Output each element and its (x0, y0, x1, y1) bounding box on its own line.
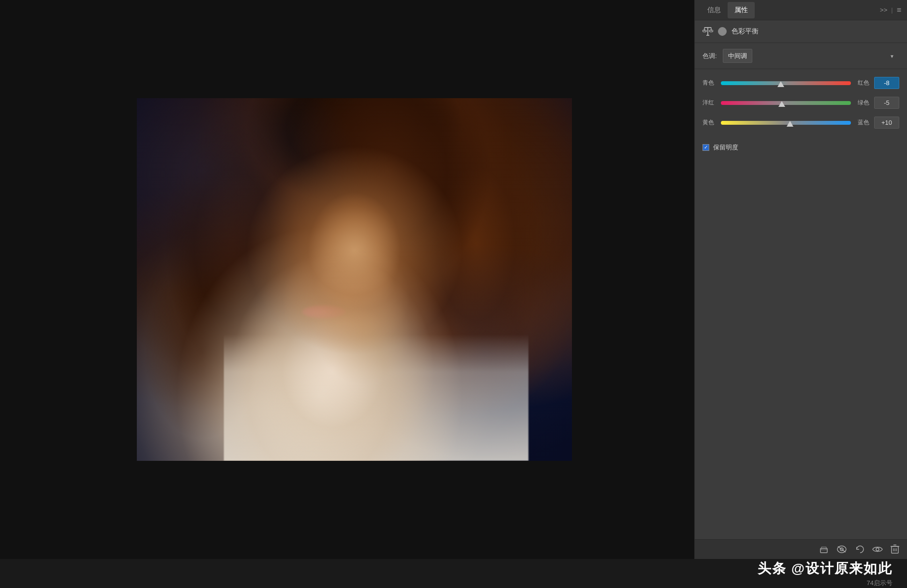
circle-adjustment-icon (718, 27, 727, 36)
slider-row-cyan-red: 青色 红色 (702, 77, 899, 89)
panel-header: 色彩平衡 (695, 20, 907, 43)
slider-cyan-red-track (721, 81, 851, 85)
tab-bar: 信息 属性 >> | ≡ (695, 0, 907, 20)
tab-properties[interactable]: 属性 (728, 2, 755, 18)
slider-magenta-green-track (721, 101, 851, 105)
slider-cyan-red-thumb[interactable] (777, 81, 784, 87)
checkmark-icon: ✓ (704, 145, 708, 150)
undo-icon[interactable] (855, 544, 864, 554)
svg-point-12 (876, 548, 879, 551)
sliders-area: 青色 红色 洋红 绿色 (695, 69, 907, 136)
tone-label: 色调: (702, 52, 717, 60)
value-input-cyan-red[interactable] (874, 77, 899, 89)
watermark-bar: 头条 @设计原来如此 74启示号 (0, 559, 907, 588)
watermark-wrapper: 头条 @设计原来如此 74启示号 (758, 559, 892, 588)
app-container: 信息 属性 >> | ≡ (0, 0, 907, 559)
slider-magenta-green-thumb[interactable] (778, 101, 785, 107)
label-red: 红色 (856, 79, 869, 87)
menu-icon[interactable]: ≡ (897, 6, 901, 15)
tab-controls: >> | ≡ (880, 6, 901, 15)
tab-info[interactable]: 信息 (701, 2, 728, 18)
photo-area (0, 0, 694, 559)
divider: | (891, 6, 892, 14)
balance-icon (702, 26, 713, 37)
slider-row-yellow-blue: 黄色 蓝色 (702, 117, 899, 129)
expand-icon[interactable]: >> (880, 6, 887, 14)
label-green: 绿色 (856, 99, 869, 107)
trash-icon[interactable] (891, 544, 899, 554)
svg-line-11 (838, 546, 846, 552)
slider-yellow-blue-track (721, 121, 851, 125)
label-yellow: 黄色 (702, 118, 716, 127)
portrait-image (137, 98, 572, 461)
panel-title: 色彩平衡 (731, 27, 759, 36)
preserve-label: 保留明度 (713, 143, 738, 152)
value-input-magenta-green[interactable] (874, 97, 899, 109)
right-panel: 信息 属性 >> | ≡ (694, 0, 907, 559)
label-blue: 蓝色 (856, 118, 869, 127)
slider-row-magenta-green: 洋红 绿色 (702, 97, 899, 109)
slider-cyan-red-container[interactable] (721, 78, 851, 88)
label-magenta: 洋红 (702, 99, 716, 107)
tone-selector: 色调: 暗调 中间调 高光 (695, 43, 907, 69)
clip-icon[interactable] (819, 544, 829, 554)
tone-select[interactable]: 暗调 中间调 高光 (723, 49, 752, 63)
slider-magenta-green-container[interactable] (721, 98, 851, 108)
slider-yellow-blue-container[interactable] (721, 118, 851, 128)
eye-icon[interactable] (872, 545, 883, 554)
bottom-toolbar (695, 539, 907, 559)
photo-wrapper (137, 98, 572, 461)
preserve-row: ✓ 保留明度 (695, 136, 907, 159)
label-cyan: 青色 (702, 79, 716, 87)
slider-yellow-blue-thumb[interactable] (787, 121, 793, 127)
panel-empty-area (695, 159, 907, 539)
watermark-main: 头条 @设计原来如此 (758, 559, 892, 578)
preserve-checkbox[interactable]: ✓ (702, 144, 709, 151)
value-input-yellow-blue[interactable] (874, 117, 899, 129)
watermark-sub: 74启示号 (867, 579, 892, 588)
tone-select-wrapper: 暗调 中间调 高光 (723, 49, 899, 63)
visibility-icon[interactable] (836, 545, 847, 554)
